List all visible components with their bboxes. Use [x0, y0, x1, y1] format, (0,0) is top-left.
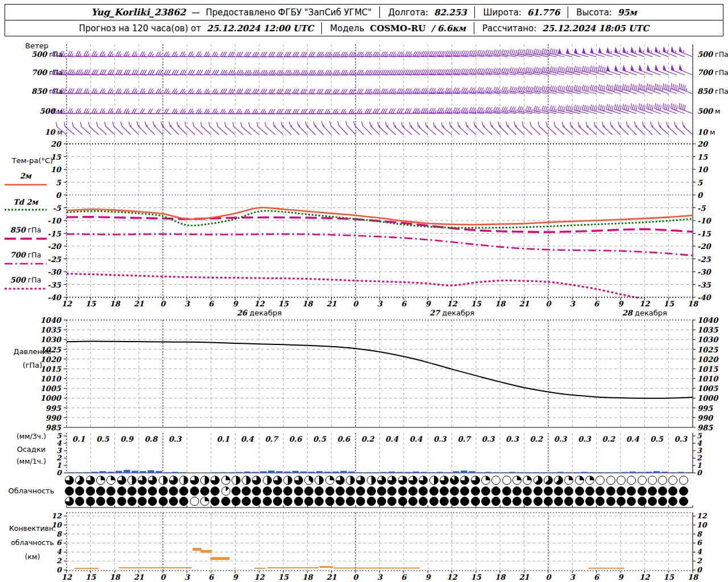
pressure-y-tick-label: 995	[697, 404, 713, 411]
hour-tick-label-bottom: 12	[446, 573, 457, 581]
hour-tick-label: 6	[594, 300, 599, 307]
cloud-cover-symbol	[221, 497, 230, 506]
precip-3h-value: 0.8	[144, 435, 158, 443]
hour-tick-label: 18	[302, 300, 312, 307]
hour-tick-label: 18	[495, 300, 505, 307]
temp-y-tick-label: 20	[51, 140, 61, 148]
precipitation-panel-title: Осадки	[17, 446, 46, 453]
legend-item-label: Td 2м	[13, 198, 38, 206]
cloud-cover-symbol	[346, 487, 355, 496]
hour-tick-label-bottom: 6	[594, 573, 599, 581]
pressure-y-tick-label: 1015	[40, 365, 61, 372]
cloud-cover-symbol	[367, 497, 376, 506]
hour-tick-label-bottom: 21	[134, 573, 144, 581]
cloud-cover-symbol	[273, 487, 282, 496]
cloud-cover-symbol	[86, 487, 95, 496]
cloud-cover-symbol	[481, 497, 490, 506]
wind-level-label-left: 700 гПа	[31, 69, 63, 77]
cloud-cover-symbol	[346, 497, 355, 506]
temp-y-tick-label: 15	[697, 153, 708, 160]
hour-tick-label: 12	[639, 300, 650, 307]
cloud-cover-symbol	[575, 497, 584, 506]
cloud-cover-symbol	[648, 476, 657, 485]
wind-level-label-left: 10 м	[45, 128, 63, 136]
precip-3h-value: 0.6	[289, 435, 302, 443]
cloud-cover-symbol	[242, 487, 251, 496]
precip-3h-value: 0.1	[72, 435, 85, 443]
pressure-y-tick-label: 985	[697, 423, 713, 431]
wind-level-label-right: 10 м	[697, 128, 715, 136]
temp-y-tick-label: 20	[697, 140, 708, 148]
cloud-cover-symbol	[502, 497, 511, 506]
wind-level-label-left: 850 гПа	[31, 88, 63, 95]
cloud-cover-symbol	[544, 476, 553, 485]
cloudiness-panel-title: Облачность	[8, 487, 54, 494]
precip-3h-value: 0.5	[650, 435, 663, 443]
hour-tick-label-bottom: 0	[160, 573, 166, 581]
hour-tick-label-bottom: 9	[618, 573, 623, 581]
cloud-cover-symbol	[544, 497, 553, 506]
temperature-panel-title: Тем-ра(°C)	[12, 157, 53, 164]
cloud-cover-symbol	[138, 497, 147, 506]
precip-1h-units-label: (мм/1ч.)	[16, 458, 46, 465]
wind-level-label-right: 850 гПа	[697, 88, 728, 95]
pressure-y-tick-label: 1020	[697, 355, 718, 363]
hour-tick-label: 3	[570, 300, 575, 307]
hour-tick-label-bottom: 3	[184, 573, 189, 581]
cloud-cover-symbol	[617, 497, 626, 506]
hour-tick-label: 21	[519, 300, 530, 307]
hour-tick-label-bottom: 0	[545, 573, 551, 581]
hour-tick-label: 9	[618, 300, 623, 307]
cloud-cover-symbol	[367, 476, 376, 485]
legend-item-label: 700 гПа	[10, 251, 42, 259]
cloud-cover-symbol	[159, 487, 168, 496]
wind-level-label-right: 500 гПа	[697, 51, 728, 59]
temp-y-tick-label: -15	[48, 230, 61, 237]
cloud-cover-symbol	[481, 476, 490, 485]
cloud-cover-symbol	[242, 497, 251, 506]
pressure-y-tick-label: 1005	[697, 385, 718, 392]
cloud-cover-symbol	[273, 497, 282, 506]
cloud-cover-symbol	[533, 476, 543, 485]
pressure-panel-units: (гПа)	[23, 361, 43, 369]
cloud-cover-symbol	[658, 497, 667, 506]
pressure-y-tick-label: 1000	[697, 394, 718, 402]
convective-y-tick-label: 6	[56, 539, 61, 547]
hour-tick-label: 18	[110, 300, 120, 307]
precip-3h-value: 0.7	[457, 435, 470, 443]
convective-y-tick-label: 4	[697, 548, 702, 556]
cloud-cover-symbol	[471, 476, 480, 485]
cloud-cover-symbol	[138, 487, 147, 496]
cloud-cover-symbol	[617, 487, 626, 496]
cloud-cover-symbol	[440, 497, 449, 506]
cloud-cover-symbol	[231, 487, 241, 496]
temp-y-tick-label: 10	[51, 166, 61, 173]
convective-y-tick-label: 12	[697, 513, 706, 520]
cloud-cover-symbol	[127, 476, 136, 485]
cloud-cover-symbol	[658, 476, 667, 485]
hour-tick-label: 3	[184, 300, 189, 307]
hour-tick-label-bottom: 12	[639, 573, 650, 581]
cloud-cover-symbol	[429, 476, 439, 485]
convective-panel-title: облачность	[11, 539, 54, 547]
cloud-cover-symbol	[190, 476, 199, 485]
cloud-cover-symbol	[481, 487, 490, 496]
cloud-cover-symbol	[304, 497, 313, 506]
cloud-cover-symbol	[585, 476, 594, 485]
precip-3h-value: 0.9	[121, 435, 134, 443]
cloud-cover-symbol	[96, 487, 105, 496]
cloud-cover-symbol	[336, 497, 345, 506]
cloud-cover-symbol	[200, 476, 209, 485]
temp-y-tick-label: -5	[697, 204, 705, 211]
hour-tick-label: 0	[353, 300, 358, 307]
cloud-cover-symbol	[117, 497, 126, 506]
cloud-cover-symbol	[325, 497, 334, 506]
cloud-cover-symbol	[346, 476, 355, 485]
cloud-cover-symbol	[638, 487, 647, 496]
convective-y-tick-label: 2	[56, 558, 61, 565]
precip-3h-value: 0.2	[602, 435, 615, 443]
cloud-cover-symbol	[169, 476, 178, 485]
cloud-cover-symbol	[679, 487, 688, 496]
cloud-cover-symbol	[398, 497, 407, 506]
hour-tick-label-bottom: 18	[688, 573, 698, 581]
